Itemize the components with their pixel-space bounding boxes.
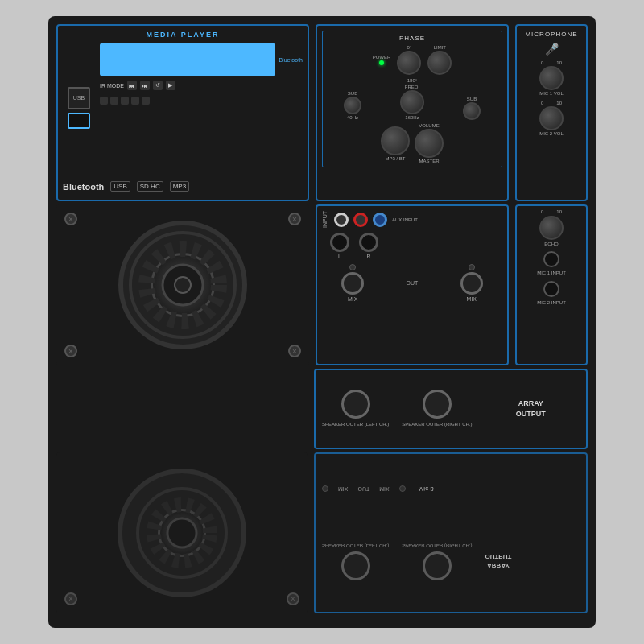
mix-out-row: MIX OUT MIX — [322, 264, 502, 302]
preset-dots — [100, 97, 303, 105]
usb-port[interactable]: USB — [68, 87, 90, 109]
phase-zero-wrap: 0° — [397, 45, 421, 75]
trs-left-label: L — [338, 254, 341, 259]
ir-label: IR MODE — [100, 83, 124, 89]
bottom-mix-dot-right — [399, 485, 406, 492]
usb-port-label: USB — [73, 95, 85, 101]
screw-bottom-right — [288, 345, 301, 357]
preset-dot-3[interactable] — [121, 97, 129, 105]
preset-dot-1[interactable] — [100, 97, 108, 105]
fan-svg — [126, 229, 239, 341]
microphone-icon: 🎤 — [545, 43, 559, 56]
lcd-display — [100, 43, 275, 76]
fan-panel: ✕ — [56, 204, 309, 365]
mic1-vol-label: MIC 1 VOL — [539, 91, 564, 96]
echo-label: ECHO — [544, 242, 558, 246]
xlr-right-jack[interactable] — [460, 272, 483, 295]
speaker1-jack[interactable] — [341, 390, 370, 419]
phase-section: PHASE POWER 0° LIMIT — [322, 31, 502, 167]
mic1-vol-knob[interactable] — [539, 66, 564, 90]
freq-label: FREQ. — [405, 85, 419, 89]
preset-dot-4[interactable] — [131, 97, 139, 105]
limit-label: LIMIT — [434, 45, 446, 50]
bottom-fan-svg — [134, 485, 230, 581]
mic1-input-section: MIC 1 INPUT — [537, 251, 566, 276]
rca-right-jack[interactable] — [353, 213, 368, 227]
speaker-left-spacer — [56, 369, 308, 449]
echo-knob[interactable] — [539, 216, 564, 240]
master-label: MASTER — [419, 159, 439, 163]
echo-scale-min: 0 — [541, 209, 543, 214]
device-body: MEDIA PLAYER USB Bluetooth IR MODE ⏮ — [48, 16, 596, 628]
mic2-scale-row: 0 10 — [539, 101, 564, 105]
microphone-title: MICROPHONE — [525, 31, 577, 38]
screw-top-right — [288, 213, 301, 225]
limit-wrap: LIMIT — [427, 45, 452, 75]
mic2-vol-knob[interactable] — [539, 106, 564, 130]
sub-right-label: SUB — [467, 97, 477, 101]
xlr-left-jack[interactable] — [341, 272, 364, 295]
array-output-wrap: ARRAY OUTPUT — [481, 398, 580, 419]
input-vert-label: INPUT — [322, 211, 328, 228]
controls-panel: PHASE POWER 0° LIMIT — [316, 24, 509, 201]
preset-dot-5[interactable] — [142, 97, 150, 105]
trs-left-jack[interactable] — [330, 233, 349, 252]
mp3bt-wrap: MP3 / BT — [381, 126, 410, 161]
svg-point-7 — [167, 518, 196, 547]
bottom-screw-tl — [64, 592, 77, 605]
rca-left-jack[interactable] — [334, 213, 349, 227]
sd-card-slot[interactable] — [68, 113, 90, 129]
mic2-input-section: MIC 2 INPUT — [537, 281, 566, 306]
mic2-input-jack[interactable] — [543, 281, 559, 297]
bluetooth-badge: Bluetooth — [279, 57, 303, 63]
speaker2-jack[interactable] — [423, 390, 452, 419]
mic1-input-jack[interactable] — [543, 251, 559, 267]
trs-right-jack[interactable] — [359, 233, 378, 252]
bluetooth-text-label: Bluetooth — [63, 182, 104, 192]
display-area: Bluetooth IR MODE ⏮ ⏭ ↺ ▶ — [100, 43, 303, 171]
top-section: MEDIA PLAYER USB Bluetooth IR MODE ⏮ — [56, 24, 588, 201]
sub-right-knob[interactable] — [463, 102, 481, 120]
master-wrap: VOLUME MASTER — [415, 123, 444, 163]
bottom-mix-label-left: MIX — [338, 486, 348, 492]
trs-right-wrap: R — [359, 233, 378, 259]
limit-knob[interactable] — [427, 51, 452, 75]
mix-dot-left — [349, 264, 356, 270]
usb-sd-area: USB — [63, 43, 95, 171]
speaker-section: SPEAKER OUTER (LEFT CH.) SPEAKER OUTER (… — [56, 369, 588, 449]
trs-row: L R — [322, 233, 502, 259]
mic2-scale-max: 10 — [556, 101, 562, 105]
xlr-left-wrap: MIX — [341, 264, 364, 302]
media-player-panel: MEDIA PLAYER USB Bluetooth IR MODE ⏮ — [56, 24, 309, 201]
echo-scale-max: 10 — [556, 209, 562, 214]
bottom-speaker2-jack[interactable] — [423, 551, 452, 580]
bottom-mix-row: MIX OUT MIX Mic 3 — [322, 485, 580, 493]
echo-section: 0 10 ECHO — [539, 209, 564, 246]
bottom-section: ✕ SPEAKER OUTER (LEFT CH.) SPEAKER OUTER… — [56, 452, 588, 613]
mic1-scale-row: 0 10 — [539, 60, 564, 65]
speaker2-label: SPEAKER OUTER (RIGHT CH.) — [402, 422, 472, 428]
volume-row: MP3 / BT VOLUME MASTER — [326, 123, 498, 163]
sub-row: SUB 40Hz FREQ. 160Hz SUB — [326, 85, 498, 120]
aux-jack[interactable] — [373, 213, 387, 227]
mic2-scale-min: 0 — [541, 101, 543, 105]
master-knob[interactable] — [415, 129, 444, 158]
prev-btn[interactable]: ⏮ — [127, 80, 137, 90]
bottom-speaker1-jack[interactable] — [341, 551, 370, 580]
preset-dot-2[interactable] — [110, 97, 118, 105]
trs-left-wrap: L — [330, 233, 349, 259]
phase-zero-knob[interactable] — [397, 51, 421, 75]
rca-input-row: INPUT AUX INPUT — [322, 211, 502, 228]
bottom-io-panel: SPEAKER OUTER (LEFT CH.) SPEAKER OUTER (… — [314, 452, 588, 613]
sub-left-wrap: SUB 40Hz — [344, 91, 361, 120]
phase-title: PHASE — [326, 35, 498, 42]
sd-text-label: SD HC — [137, 181, 163, 192]
mp3bt-knob[interactable] — [381, 126, 410, 155]
next-btn[interactable]: ⏭ — [140, 80, 150, 90]
freq-knob[interactable] — [400, 90, 424, 114]
bottom-speaker1-wrap: SPEAKER OUTER (LEFT CH.) — [322, 542, 389, 580]
repeat-btn[interactable]: ↺ — [153, 80, 163, 90]
sub-left-knob[interactable] — [344, 97, 361, 114]
ir-mode-bar: IR MODE ⏮ ⏭ ↺ ▶ — [100, 79, 303, 92]
play-btn[interactable]: ▶ — [166, 80, 175, 90]
